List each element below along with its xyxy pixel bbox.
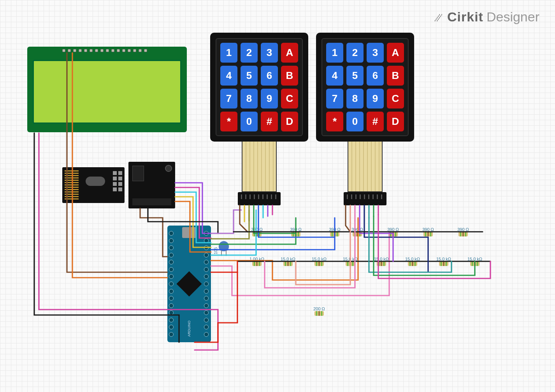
resistor-value-label: 15.0 kΩ xyxy=(374,257,389,261)
keypad-key-C[interactable]: C xyxy=(281,89,298,108)
keypad-key-4[interactable]: 4 xyxy=(326,66,343,86)
keypad-key-4[interactable]: 4 xyxy=(220,66,237,86)
keypad-key-0[interactable]: 0 xyxy=(346,112,364,131)
resistor[interactable] xyxy=(467,261,483,266)
keypad-key-9[interactable]: 9 xyxy=(261,89,278,108)
capacitor-legs-icon xyxy=(221,250,227,256)
app-logo: ⫽ Cirkit Designer xyxy=(432,9,539,24)
ceramic-capacitor[interactable] xyxy=(219,241,229,254)
resistor-value-label: 390 Ω xyxy=(251,227,263,232)
resistor-value-label: 15.0 kΩ xyxy=(467,257,482,261)
arduino-nano[interactable]: ARDUINO xyxy=(167,226,211,342)
resistor[interactable] xyxy=(327,232,342,236)
resistor-value-label: 390 Ω xyxy=(387,227,399,232)
keypad-key-#[interactable]: # xyxy=(367,112,384,131)
app-brand: Cirkit xyxy=(447,9,483,24)
resistor-value-label: 15.0 kΩ xyxy=(405,257,420,261)
nano-silkscreen: ARDUINO xyxy=(187,320,191,337)
resistor-value-label: 390 Ω xyxy=(329,227,341,232)
resistor-value-label: 15.0 kΩ xyxy=(281,257,295,261)
keypad-key-2[interactable]: 2 xyxy=(241,43,258,63)
resistor[interactable] xyxy=(249,261,265,266)
keypad-key-D[interactable]: D xyxy=(387,112,404,131)
resistor-value-label: 15.0 kΩ xyxy=(312,257,327,261)
keypad-key-6[interactable]: 6 xyxy=(261,66,278,86)
keypad-key-5[interactable]: 5 xyxy=(346,66,364,86)
logo-icon: ⫽ xyxy=(432,11,443,24)
resistor-value-label: 390 Ω xyxy=(351,227,363,232)
lcd-display[interactable] xyxy=(27,47,187,132)
keypad-key-D[interactable]: D xyxy=(281,112,298,131)
keypad-key-C[interactable]: C xyxy=(387,89,404,108)
keypad-1[interactable]: 123A456B789C*0#D xyxy=(210,33,308,142)
keypad-key-3[interactable]: 3 xyxy=(367,43,384,63)
nano-pins-left xyxy=(169,231,174,337)
resistor-value-label: 15.0 kΩ xyxy=(343,257,358,261)
keypad-2-keys: 123A456B789C*0#D xyxy=(321,38,409,136)
resistor-value-label: 390 Ω xyxy=(290,227,302,232)
keypad-key-*[interactable]: * xyxy=(220,112,237,131)
resistor-value-label: 390 Ω xyxy=(422,227,434,232)
lcd-pin-header xyxy=(62,49,147,52)
keypad-key-1[interactable]: 1 xyxy=(326,43,343,63)
keypad-key-#[interactable]: # xyxy=(261,112,278,131)
nrf24l01-module[interactable] xyxy=(62,167,125,203)
keypad-2[interactable]: 123A456B789C*0#D xyxy=(316,33,414,142)
resistor[interactable] xyxy=(455,232,471,236)
adapter-regulator-icon xyxy=(132,166,144,181)
resistor[interactable] xyxy=(374,261,389,266)
keypad-1-connector xyxy=(238,192,281,205)
keypad-2-ribbon xyxy=(348,142,383,192)
keypad-1-keys: 123A456B789C*0#D xyxy=(216,38,303,136)
keypad-key-9[interactable]: 9 xyxy=(367,89,384,108)
nano-pins-right xyxy=(204,231,209,337)
resistor-value-label: 1.00 kΩ xyxy=(249,257,264,261)
resistor[interactable] xyxy=(311,261,327,266)
resistor[interactable] xyxy=(249,232,265,236)
keypad-key-B[interactable]: B xyxy=(281,66,298,86)
resistor[interactable] xyxy=(385,232,401,236)
keypad-key-A[interactable]: A xyxy=(281,43,298,63)
keypad-key-5[interactable]: 5 xyxy=(241,66,258,86)
resistor[interactable] xyxy=(342,261,358,266)
resistor-value-label: 390 Ω xyxy=(457,227,469,232)
resistor[interactable] xyxy=(350,232,365,236)
resistor-value-label: 200 Ω xyxy=(313,306,325,311)
adapter-cap-icon xyxy=(165,165,172,172)
capacitor-body-icon xyxy=(219,241,229,251)
resistor[interactable] xyxy=(436,261,451,266)
keypad-key-0[interactable]: 0 xyxy=(241,112,258,131)
resistor[interactable] xyxy=(288,232,304,236)
keypad-1-ribbon xyxy=(242,142,277,192)
resistor[interactable] xyxy=(420,232,436,236)
adapter-header xyxy=(132,198,171,205)
resistor[interactable] xyxy=(311,311,327,316)
nrf-crystal-icon xyxy=(86,177,105,186)
keypad-key-6[interactable]: 6 xyxy=(367,66,384,86)
resistor[interactable] xyxy=(280,261,296,266)
keypad-key-*[interactable]: * xyxy=(326,112,343,131)
keypad-key-8[interactable]: 8 xyxy=(241,89,258,108)
nrf-pin-header xyxy=(113,171,122,191)
keypad-key-A[interactable]: A xyxy=(387,43,404,63)
keypad-key-7[interactable]: 7 xyxy=(220,89,237,108)
keypad-key-3[interactable]: 3 xyxy=(261,43,278,63)
capacitor-marking: 105 xyxy=(213,247,218,254)
nrf-antenna-icon xyxy=(65,170,79,200)
nano-usb-icon xyxy=(182,227,196,238)
keypad-key-8[interactable]: 8 xyxy=(346,89,364,108)
keypad-key-1[interactable]: 1 xyxy=(220,43,237,63)
keypad-2-connector xyxy=(344,192,386,205)
lcd-screen xyxy=(33,60,181,124)
resistor[interactable] xyxy=(405,261,420,266)
keypad-key-7[interactable]: 7 xyxy=(326,89,343,108)
nrf-adapter-board[interactable] xyxy=(128,162,175,208)
app-subtitle: Designer xyxy=(487,9,539,24)
keypad-key-2[interactable]: 2 xyxy=(346,43,364,63)
keypad-key-B[interactable]: B xyxy=(387,66,404,86)
nano-mcu-icon xyxy=(176,271,202,296)
resistor-value-label: 15.0 kΩ xyxy=(436,257,451,261)
